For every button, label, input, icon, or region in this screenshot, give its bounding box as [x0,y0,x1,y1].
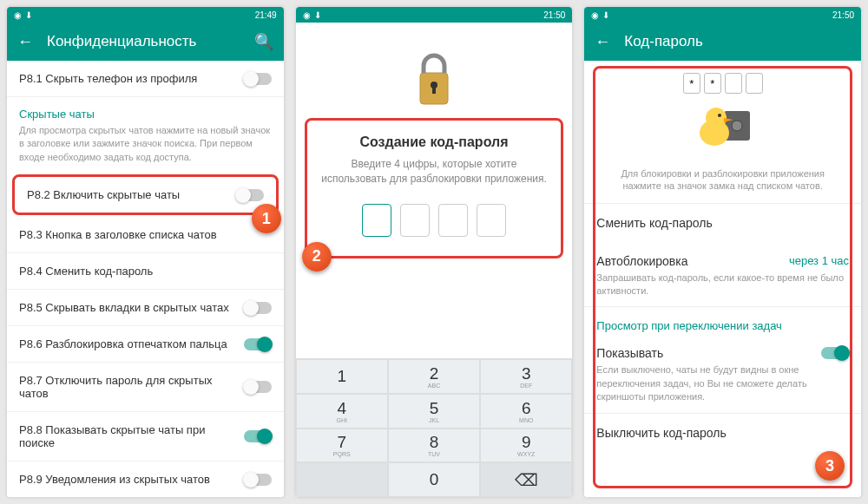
svg-point-7 [718,114,721,117]
mini-digit-1: * [683,73,700,94]
code-input-boxes [318,204,551,237]
switch-p86[interactable] [244,338,272,350]
page-title: Конфиденциальность [47,33,240,50]
key-empty [296,462,388,497]
setting-label: P8.6 Разблокировка отпечатком пальца [19,337,227,350]
badge-1: 1 [252,204,281,233]
setting-p86[interactable]: P8.6 Разблокировка отпечатком пальца [7,326,284,363]
key-backspace[interactable]: ⌫ [480,462,572,497]
row-disable-passcode[interactable]: Выключить код-пароль [584,414,861,452]
status-time: 21:50 [543,10,565,20]
duck-safe-icon [693,102,753,150]
header: ← Код-пароль [584,23,861,61]
whatsapp-icon: ◉ [303,10,311,20]
page-title: Код-пароль [624,33,851,50]
switch-p85[interactable] [244,302,272,314]
setting-label: P8.3 Кнопка в заголовке списка чатов [19,228,217,241]
switch-show[interactable] [821,347,849,359]
highlight-box-2: Создание код-пароля Введите 4 цифры, кот… [305,118,564,259]
code-digit-3[interactable] [438,204,468,237]
status-time: 21:49 [255,10,277,20]
setting-label: P8.2 Включить скрытые чаты [27,188,180,201]
autolock-value: через 1 час [789,254,849,267]
autolock-sub: Запрашивать код-пароль, если какое-то вр… [584,272,861,307]
status-bar: ◉⬇ 21:50 [296,7,573,23]
backspace-icon: ⌫ [515,470,538,490]
setting-p85[interactable]: P8.5 Скрывать вкладки в скрытых чатах [7,290,284,326]
key-1[interactable]: 1 [296,359,388,394]
badge-2: 2 [302,242,332,272]
setting-label: P8.1 Скрыть телефон из профиля [19,72,197,85]
key-8[interactable]: 8TUV [388,429,480,463]
passcode-content: Создание код-пароля Введите 4 цифры, кот… [296,23,573,497]
setting-p81[interactable]: P8.1 Скрыть телефон из профиля [7,61,284,97]
switch-p89[interactable] [244,474,272,486]
switch-p88[interactable] [244,430,272,442]
setting-label: P8.5 Скрывать вкладки в скрытых чатах [19,301,229,314]
back-icon[interactable]: ← [17,33,33,51]
mini-digit-3 [725,73,742,94]
phone-screen-1: ◉⬇ 21:49 ← Конфиденциальность 🔍 P8.1 Скр… [7,7,284,497]
whatsapp-icon: ◉ [591,10,599,20]
phone-screen-2: ◉⬇ 21:50 Создание код-пароля Введите 4 ц… [296,7,573,497]
svg-rect-2 [432,87,436,94]
switch-p87[interactable] [244,381,272,393]
key-7[interactable]: 7PQRS [296,429,388,463]
code-digit-2[interactable] [400,204,430,237]
badge-3: 3 [815,451,845,481]
key-3[interactable]: 3DEF [480,359,572,394]
show-sub: Если выключено, чаты не будут видны в ок… [584,363,861,412]
duck-illustration [584,94,861,162]
back-icon[interactable]: ← [595,33,610,51]
code-digit-4[interactable] [477,204,506,237]
key-5[interactable]: 5JKL [388,394,480,429]
row-label: Сменить код-пароль [596,216,712,230]
setting-label: P8.7 Отключить пароль для скрытых чатов [19,374,244,400]
settings-content: P8.1 Скрыть телефон из профиля Скрытые ч… [7,61,284,497]
lock-illustration-area [296,23,573,118]
passcode-settings: 3 * * Для блокировки и разблокировки при… [584,61,861,497]
setting-p88[interactable]: P8.8 Показывать скрытые чаты при поиске [7,412,284,461]
row-autolock[interactable]: Автоблокировка через 1 час [584,242,861,272]
code-digit-1[interactable] [362,204,391,237]
numeric-keypad: 1 2ABC 3DEF 4GHI 5JKL 6MNO 7PQRS 8TUV 9W… [296,358,573,497]
switch-p81[interactable] [244,73,272,85]
search-icon[interactable]: 🔍 [254,32,273,51]
key-6[interactable]: 6MNO [480,394,572,429]
setting-p87[interactable]: P8.7 Отключить пароль для скрытых чатов [7,363,284,412]
row-change-passcode[interactable]: Сменить код-пароль [584,204,861,242]
lock-description: Для блокировки и разблокировки приложени… [584,162,861,203]
highlight-box-1: P8.2 Включить скрытые чаты 1 [12,174,279,215]
row-label: Выключить код-пароль [596,426,726,440]
setting-p84[interactable]: P8.4 Сменить код-пароль [7,253,284,290]
mini-digit-4 [746,73,763,94]
download-icon: ⬇ [25,10,32,20]
row-label: Автоблокировка [596,254,687,268]
setting-p83[interactable]: P8.3 Кнопка в заголовке списка чатов [7,217,284,253]
status-time: 21:50 [832,10,854,20]
section-hidden-desc: Для просмотра скрытых чатов нажмите на н… [7,124,284,173]
section-hidden-chats: Скрытые чаты [7,97,284,124]
setting-label: P8.9 Уведомления из скрытых чатов [19,473,210,486]
key-9[interactable]: 9WXYZ [480,429,572,463]
setting-p89[interactable]: P8.9 Уведомления из скрытых чатов [7,461,284,497]
passcode-title: Создание код-пароля [318,134,551,150]
setting-label: P8.4 Сменить код-пароль [19,265,153,278]
phone-screen-3: ◉⬇ 21:50 ← Код-пароль 3 * * Для блокиров… [584,7,861,497]
key-4[interactable]: 4GHI [296,394,388,429]
status-bar: ◉⬇ 21:50 [584,7,861,23]
header: ← Конфиденциальность 🔍 [7,23,284,61]
download-icon: ⬇ [602,10,609,20]
download-icon: ⬇ [314,10,321,20]
svg-point-4 [732,121,742,131]
mini-code-display: * * [584,61,861,94]
key-0[interactable]: 0 [388,462,480,497]
svg-point-6 [706,108,727,128]
row-show[interactable]: Показывать [584,334,861,363]
switch-p82[interactable] [236,189,264,201]
setting-p82[interactable]: P8.2 Включить скрытые чаты [15,177,276,213]
passcode-desc: Введите 4 цифры, которые хотите использо… [318,157,551,187]
section-preview: Просмотр при переключении задач [584,307,861,334]
status-bar: ◉⬇ 21:49 [7,7,284,23]
key-2[interactable]: 2ABC [388,359,480,394]
